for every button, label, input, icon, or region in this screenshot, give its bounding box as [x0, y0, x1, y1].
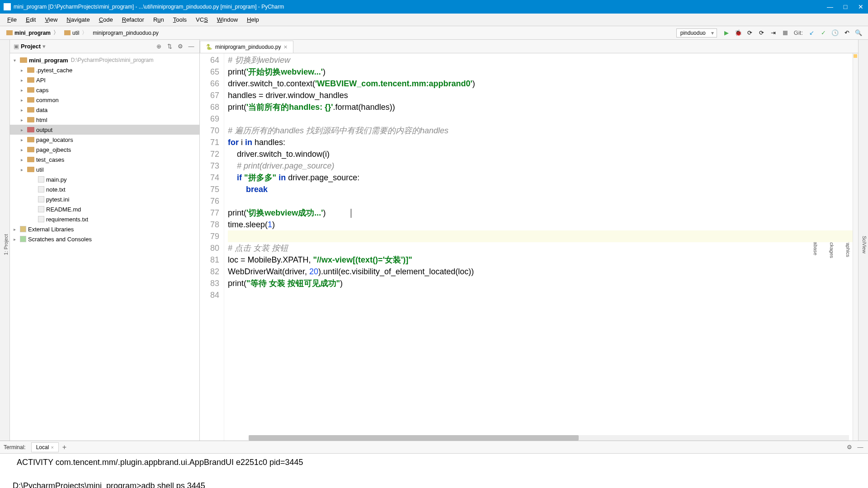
line-gutter: 6465666768697071727374757677787980818283…: [200, 53, 224, 441]
terminal-tabs: Terminal: Local× + ⚙ —: [0, 441, 868, 454]
stop-button[interactable]: [780, 28, 790, 38]
run-config-select[interactable]: pinduoduo: [676, 28, 717, 38]
code-scrollbar[interactable]: [249, 435, 849, 441]
tab-close-icon[interactable]: ×: [51, 445, 53, 450]
menu-vcs[interactable]: VCS: [192, 15, 212, 24]
menu-file[interactable]: File: [4, 15, 20, 24]
crumb-folder[interactable]: util〉: [61, 28, 90, 38]
tree-file[interactable]: pytest.ini: [10, 194, 199, 204]
hide-icon[interactable]: —: [187, 42, 196, 51]
terminal-line: ACTIVITY com.tencent.mm/.plugin.appbrand…: [13, 456, 863, 468]
tab-close-icon[interactable]: ✕: [283, 44, 288, 50]
tree-folder[interactable]: ▸API: [10, 75, 199, 85]
app-icon: [4, 3, 11, 10]
gear-icon[interactable]: ⚙: [176, 42, 185, 51]
editor-tab-label: miniprogram_pinduoduo.py: [215, 44, 281, 50]
target-icon[interactable]: ⊕: [154, 42, 163, 51]
tree-file[interactable]: README.md: [10, 204, 199, 214]
vcs-history-button[interactable]: 🕓: [830, 28, 840, 38]
tree-folder[interactable]: ▸.pytest_cache: [10, 65, 199, 75]
left-tool-gutter: 1: Project 7: Structure 2: Favorites: [0, 40, 10, 441]
editor-area: 🐍 miniprogram_pinduoduo.py ✕ 64656667686…: [200, 40, 858, 441]
menu-edit[interactable]: Edit: [22, 15, 39, 24]
tree-folder[interactable]: ▸caps: [10, 85, 199, 95]
terminal-line: D:\PycharmProjects\mini_program>adb shel…: [13, 480, 863, 488]
project-header: ▣ Project ▾ ⊕ ⇅ ⚙ —: [10, 40, 199, 53]
profile-button[interactable]: ⟳: [757, 28, 767, 38]
editor-tab[interactable]: 🐍 miniprogram_pinduoduo.py ✕: [200, 41, 293, 53]
vcs-revert-button[interactable]: ↶: [842, 28, 852, 38]
tree-file[interactable]: note.txt: [10, 184, 199, 194]
terminal-body[interactable]: ACTIVITY com.tencent.mm/.plugin.appbrand…: [0, 454, 868, 488]
warn-marker-icon: [854, 54, 857, 58]
minimize-button[interactable]: —: [826, 3, 834, 10]
right-tool-gutter: SciView R Graphics R Packages Database: [858, 40, 868, 441]
crumb-file[interactable]: miniprogram_pinduoduo.py: [90, 29, 161, 37]
project-tree: ▾ mini_program D:\PycharmProjects\mini_p…: [10, 53, 199, 441]
code-lines[interactable]: # 切换到webview print('开始切换webview...') dri…: [224, 53, 858, 441]
text-caret: [351, 209, 351, 218]
navbar: mini_program〉 util〉 miniprogram_pinduodu…: [0, 26, 868, 40]
crumb-folder-label: util: [72, 30, 79, 36]
tree-external[interactable]: ▸External Libraries: [10, 224, 199, 234]
menu-tools[interactable]: Tools: [170, 15, 190, 24]
tree-folder[interactable]: ▸page_locators: [10, 135, 199, 145]
crumb-project-label: mini_program: [14, 30, 51, 36]
tree-folder[interactable]: ▸data: [10, 105, 199, 115]
tree-root[interactable]: ▾ mini_program D:\PycharmProjects\mini_p…: [10, 55, 199, 65]
tree-scratches[interactable]: ▸Scratches and Consoles: [10, 234, 199, 244]
tree-folder[interactable]: ▸common: [10, 95, 199, 105]
gutter-sciview[interactable]: SciView: [861, 233, 868, 256]
crumb-project[interactable]: mini_program〉: [4, 28, 61, 38]
step-button[interactable]: ⇥: [769, 28, 778, 38]
gutter-project[interactable]: 1: Project: [2, 231, 9, 258]
menu-navigate[interactable]: Navigate: [63, 15, 93, 24]
tree-file[interactable]: requirements.txt: [10, 214, 199, 224]
arrow-icon[interactable]: ▣: [14, 43, 19, 50]
python-icon: 🐍: [206, 44, 212, 50]
maximize-button[interactable]: □: [842, 3, 849, 10]
vcs-commit-button[interactable]: ✓: [818, 28, 828, 38]
terminal-gear-icon[interactable]: ⚙: [845, 443, 854, 451]
vcs-update-button[interactable]: ↙: [807, 28, 816, 38]
debug-button[interactable]: 🐞: [733, 28, 743, 38]
project-dropdown-icon[interactable]: ▾: [42, 43, 46, 50]
editor-tabs: 🐍 miniprogram_pinduoduo.py ✕: [200, 40, 858, 53]
close-button[interactable]: ✕: [857, 3, 864, 10]
tree-folder-output[interactable]: ▸output: [10, 125, 199, 135]
menubar: File Edit View Navigate Code Refactor Ru…: [0, 14, 868, 26]
terminal-hide-icon[interactable]: —: [856, 443, 864, 451]
menu-refactor[interactable]: Refactor: [118, 15, 148, 24]
git-label: Git:: [794, 29, 803, 36]
project-title: Project: [21, 43, 41, 50]
menu-window[interactable]: Window: [213, 15, 241, 24]
coverage-button[interactable]: ⟳: [745, 28, 755, 38]
menu-code[interactable]: Code: [95, 15, 117, 24]
error-stripe[interactable]: [853, 53, 858, 441]
tree-folder[interactable]: ▸page_ojbects: [10, 145, 199, 155]
menu-run[interactable]: Run: [150, 15, 168, 24]
terminal-panel: Terminal: Local× + ⚙ — ACTIVITY com.tenc…: [0, 441, 868, 488]
window-title: mini_program [D:\PycharmProjects\mini_pr…: [14, 4, 826, 10]
code-view[interactable]: 6465666768697071727374757677787980818283…: [200, 53, 858, 441]
search-button[interactable]: 🔍: [854, 28, 863, 38]
sort-icon[interactable]: ⇅: [165, 42, 174, 51]
terminal-add-tab[interactable]: +: [62, 443, 66, 451]
menu-help[interactable]: Help: [243, 15, 263, 24]
tree-folder[interactable]: ▸util: [10, 164, 199, 174]
tree-folder[interactable]: ▸test_cases: [10, 155, 199, 164]
menu-view[interactable]: View: [41, 15, 61, 24]
terminal-title: Terminal:: [4, 444, 26, 450]
tree-folder[interactable]: ▸html: [10, 115, 199, 125]
titlebar: mini_program [D:\PycharmProjects\mini_pr…: [0, 0, 868, 14]
run-button[interactable]: ▶: [722, 28, 731, 38]
project-panel: ▣ Project ▾ ⊕ ⇅ ⚙ — ▾ mini_program D:\Py…: [10, 40, 200, 441]
crumb-file-label: miniprogram_pinduoduo.py: [93, 30, 158, 36]
terminal-tab-local[interactable]: Local×: [31, 442, 59, 452]
tree-file[interactable]: main.py: [10, 174, 199, 184]
